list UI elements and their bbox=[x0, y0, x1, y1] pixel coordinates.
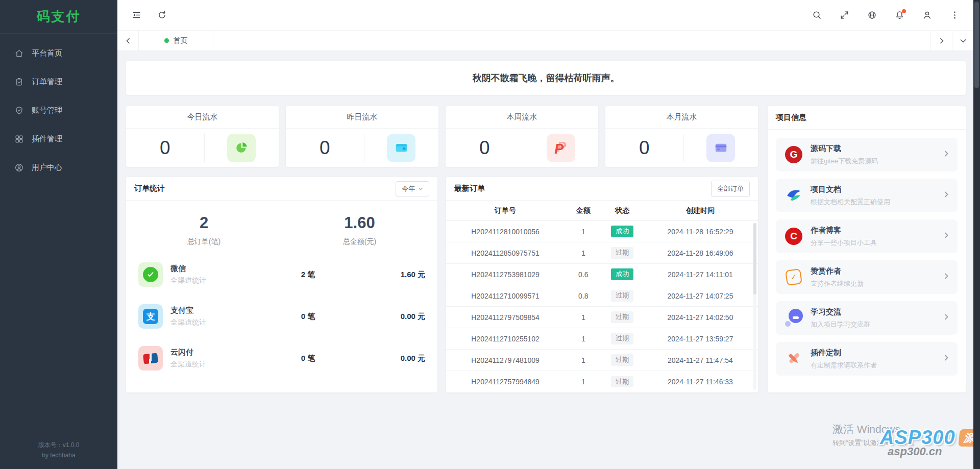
asp300-logo-badge: 源码 bbox=[958, 429, 973, 447]
channel-amount: 1.60 元 bbox=[349, 270, 425, 280]
total-orders: 2 总订单(笔) bbox=[126, 214, 282, 246]
stat-card-title: 今日流水 bbox=[126, 106, 279, 129]
tabs-dropdown-button[interactable] bbox=[952, 31, 973, 51]
sidebar-item-user-center[interactable]: 用户中心 bbox=[0, 153, 117, 182]
sidebar: 码支付 平台首页 订单管理 账号管理 插件管理 用户中心 bbox=[0, 0, 117, 469]
kebab-menu-icon bbox=[950, 10, 960, 20]
table-scrollbar-thumb[interactable] bbox=[753, 223, 756, 294]
created-time-cell: 2024-11-27 13:59:27 bbox=[643, 335, 758, 343]
amount-cell: 0.6 bbox=[565, 270, 602, 279]
project-item-learning-group[interactable]: 学习交流 加入项目学习交流群 bbox=[776, 301, 958, 335]
total-orders-label: 总订单(笔) bbox=[126, 237, 282, 246]
status-badge: 过期 bbox=[611, 311, 633, 323]
user-profile-button[interactable] bbox=[917, 6, 937, 25]
stat-card-value: 0 bbox=[605, 137, 683, 159]
page-scrollbar-thumb[interactable] bbox=[974, 2, 979, 88]
channel-row-unionpay: 云闪付 全渠道统计 0 笔 0.00 元 bbox=[138, 337, 425, 379]
chevron-down-icon bbox=[418, 186, 423, 191]
created-time-cell: 2024-11-27 14:02:50 bbox=[643, 313, 758, 322]
channel-row-alipay: 支 支付宝 全渠道统计 0 笔 0.00 元 bbox=[138, 295, 425, 337]
tab-home[interactable]: 首页 bbox=[139, 31, 213, 51]
project-item-author-blog[interactable]: C 作者博客 分享一些小项目小工具 bbox=[776, 219, 958, 253]
table-row: H2024112710099571 0.8 过期 2024-11-27 14:0… bbox=[446, 285, 758, 307]
panel-title: 订单统计 bbox=[134, 184, 165, 193]
status-badge: 过期 bbox=[611, 247, 633, 258]
status-badge: 成功 bbox=[611, 226, 633, 237]
page-scrollbar[interactable] bbox=[973, 0, 980, 469]
language-button[interactable] bbox=[862, 6, 881, 25]
search-button[interactable] bbox=[807, 6, 826, 25]
paypal-icon: PP bbox=[547, 134, 575, 162]
project-item-docs[interactable]: 项目文档 根据文档相关配置正确使用 bbox=[776, 179, 958, 212]
project-item-donate[interactable]: ✓ 赞赏作者 支持作者继续更新 bbox=[776, 260, 958, 294]
gitee-icon: G bbox=[783, 144, 804, 165]
tab-strip-spacer bbox=[213, 31, 930, 51]
chevron-right-icon bbox=[943, 150, 950, 159]
stat-card-yesterday: 昨日流水 0 bbox=[286, 106, 438, 167]
sidebar-item-plugins[interactable]: 插件管理 bbox=[0, 125, 117, 153]
order-no-cell: H2024112710255102 bbox=[446, 335, 565, 343]
sidebar-item-orders[interactable]: 订单管理 bbox=[0, 67, 117, 96]
search-icon bbox=[812, 10, 822, 20]
channel-list: 微信 全渠道统计 2 笔 1.60 元 支 bbox=[126, 254, 437, 379]
order-statistics-panel: 订单统计 今年 2 总订单(笔) bbox=[126, 177, 437, 392]
wallet-icon bbox=[387, 134, 415, 162]
created-time-cell: 2024-11-28 16:49:06 bbox=[643, 249, 758, 257]
sidebar-item-accounts[interactable]: 账号管理 bbox=[0, 96, 117, 125]
table-row: H2024112797509854 1 过期 2024-11-27 14:02:… bbox=[446, 307, 758, 328]
date-range-select[interactable]: 今年 bbox=[396, 181, 429, 196]
tabs-scroll-right-button[interactable] bbox=[930, 31, 952, 51]
stat-card-title: 昨日流水 bbox=[286, 106, 438, 129]
order-no-cell: H2024112757994849 bbox=[446, 378, 565, 386]
chevron-right-icon bbox=[943, 313, 950, 323]
project-item-plugin-custom[interactable]: 插件定制 有定制需求请联系作者 bbox=[776, 342, 958, 376]
total-orders-value: 2 bbox=[126, 214, 282, 232]
clipboard-check-icon bbox=[14, 77, 24, 87]
custom-plugin-icon bbox=[783, 349, 804, 369]
status-badge: 过期 bbox=[611, 354, 633, 365]
table-row: H2024112850975751 1 过期 2024-11-28 16:49:… bbox=[446, 242, 758, 264]
table-row: H2024112710255102 1 过期 2024-11-27 13:59:… bbox=[446, 328, 758, 350]
sidebar-item-label: 账号管理 bbox=[32, 106, 62, 115]
created-time-cell: 2024-11-27 11:47:54 bbox=[643, 356, 758, 364]
fullscreen-button[interactable] bbox=[835, 6, 854, 25]
refresh-button[interactable] bbox=[152, 6, 172, 25]
order-totals: 2 总订单(笔) 1.60 总金额(元) bbox=[126, 201, 437, 254]
notification-dot bbox=[902, 9, 906, 13]
channel-name: 支付宝 bbox=[170, 306, 267, 315]
table-row: H2024112797481009 1 过期 2024-11-27 11:47:… bbox=[446, 350, 758, 371]
order-no-cell: H2024112810010056 bbox=[446, 228, 565, 236]
chevron-right-icon bbox=[943, 232, 950, 241]
more-menu-button[interactable] bbox=[945, 6, 964, 25]
amount-cell: 1 bbox=[565, 313, 602, 322]
notifications-button[interactable] bbox=[890, 6, 909, 25]
chevron-right-icon bbox=[943, 354, 950, 363]
stat-card-title: 本周流水 bbox=[446, 106, 598, 129]
page-content: 秋阴不散霜飞晚，留得枯荷听雨声。 今日流水 0 bbox=[117, 51, 973, 469]
stat-card-month: 本月流水 0 bbox=[605, 106, 758, 167]
view-all-orders-button[interactable]: 全部订单 bbox=[711, 181, 750, 197]
tabs-scroll-left-button[interactable] bbox=[117, 31, 139, 51]
asp300-site-text: asp300.cn bbox=[888, 445, 942, 458]
quote-text: 秋阴不散霜飞晚，留得枯荷听雨声。 bbox=[473, 72, 620, 84]
collapse-sidebar-button[interactable] bbox=[127, 6, 146, 25]
total-amount: 1.60 总金额(元) bbox=[282, 214, 437, 246]
channel-row-wechat: 微信 全渠道统计 2 笔 1.60 元 bbox=[138, 254, 425, 295]
project-item-source-download[interactable]: G 源码下载 前往gitee下载免费源码 bbox=[776, 138, 958, 171]
created-time-cell: 2024-11-28 16:52:29 bbox=[643, 228, 758, 236]
total-amount-label: 总金额(元) bbox=[282, 237, 437, 246]
project-item-title: 作者博客 bbox=[811, 226, 943, 235]
quote-banner: 秋阴不散霜飞晚，留得枯荷听雨声。 bbox=[126, 61, 966, 95]
amount-cell: 1 bbox=[565, 335, 602, 343]
project-item-subtitle: 前往gitee下载免费源码 bbox=[811, 157, 943, 166]
app-logo: 码支付 bbox=[0, 0, 117, 34]
left-column: 今日流水 0 bbox=[126, 106, 758, 392]
project-item-title: 源码下载 bbox=[811, 144, 943, 154]
chevron-down-icon bbox=[960, 37, 967, 44]
channel-subtitle: 全渠道统计 bbox=[170, 276, 267, 285]
tab-bar: 首页 bbox=[117, 31, 973, 51]
sidebar-item-home[interactable]: 平台首页 bbox=[0, 39, 117, 67]
amount-cell: 1 bbox=[565, 249, 602, 257]
active-tab-dot bbox=[164, 38, 169, 43]
table-scrollbar[interactable] bbox=[753, 223, 756, 390]
